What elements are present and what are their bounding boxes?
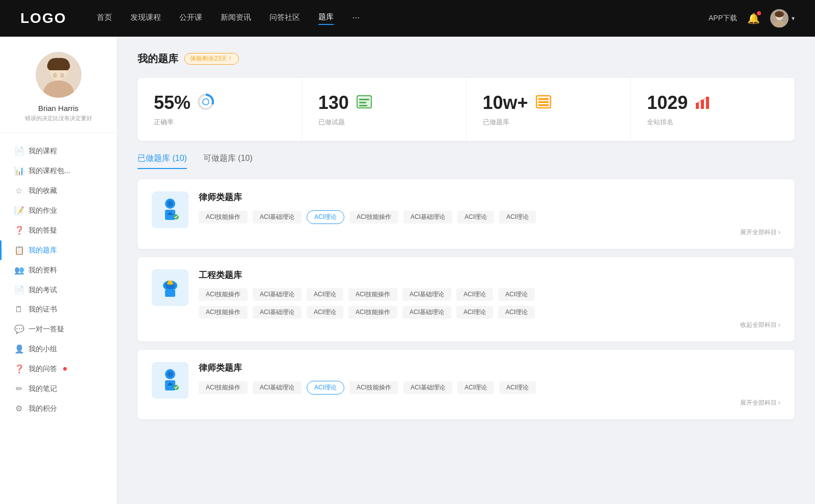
nav-menu: 首页 发现课程 公开课 新闻资讯 问答社区 题库 ··· <box>97 12 709 25</box>
sidebar-motto: 错误的决定比没有决定要好 <box>25 115 92 122</box>
stat-rank-value: 1029 <box>647 92 688 114</box>
svg-point-7 <box>53 73 57 78</box>
tag-3-6[interactable]: ACI理论 <box>499 381 536 394</box>
nav-discover[interactable]: 发现课程 <box>130 13 161 24</box>
tag-3-1[interactable]: ACI基础理论 <box>253 381 302 394</box>
tag-1-5[interactable]: ACI理论 <box>457 211 494 223</box>
tag-2-r2-6[interactable]: ACI理论 <box>498 306 535 319</box>
lawyer-bank-icon-2 <box>152 362 188 399</box>
svg-rect-15 <box>359 102 366 103</box>
nav-home[interactable]: 首页 <box>97 13 112 24</box>
stat-done-value: 130 <box>318 92 349 114</box>
bank-card-lawyer-1: 律师类题库 ACI技能操作 ACI基础理论 ACI理论 ACI技能操作 ACI基… <box>138 179 795 249</box>
user-avatar-menu[interactable]: ▾ <box>770 9 795 27</box>
tag-2-1[interactable]: ACI基础理论 <box>253 288 302 301</box>
bank-info-1: 律师类题库 ACI技能操作 ACI基础理论 ACI理论 ACI技能操作 ACI基… <box>199 191 780 237</box>
tag-1-1[interactable]: ACI基础理论 <box>253 211 302 223</box>
sidebar-avatar <box>36 52 82 98</box>
bank-card-header-1: 律师类题库 ACI技能操作 ACI基础理论 ACI理论 ACI技能操作 ACI基… <box>152 191 780 237</box>
sidebar-item-notes[interactable]: ✏ 我的笔记 <box>0 379 117 399</box>
sidebar-item-profile[interactable]: 👥 我的资料 <box>0 260 117 280</box>
sidebar-item-groups[interactable]: 👤 我的小组 <box>0 339 117 359</box>
sidebar-item-courses[interactable]: 📄 我的课程 <box>0 141 117 161</box>
bank-info-3: 律师类题库 ACI技能操作 ACI基础理论 ACI理论 ACI技能操作 ACI基… <box>199 362 780 407</box>
points-icon: ⚙ <box>14 404 23 413</box>
app-download-link[interactable]: APP下载 <box>709 14 737 23</box>
sidebar-item-certificate[interactable]: 🗒 我的证书 <box>0 300 117 319</box>
avatar <box>770 9 789 27</box>
tag-1-6[interactable]: ACI理论 <box>499 211 536 223</box>
tag-1-2[interactable]: ACI理论 <box>307 210 344 224</box>
tag-3-3[interactable]: ACI技能操作 <box>349 381 398 394</box>
stat-done-banks: 10w+ 已做题库 <box>467 78 631 141</box>
done-banks-icon <box>534 93 553 113</box>
tag-1-4[interactable]: ACI基础理论 <box>403 211 452 223</box>
svg-point-3 <box>775 11 784 17</box>
tag-1-3[interactable]: ACI技能操作 <box>349 211 398 223</box>
notes-icon: ✏ <box>14 384 23 394</box>
tab-available-banks[interactable]: 可做题库 (10) <box>203 153 253 169</box>
tags-row-1: ACI技能操作 ACI基础理论 ACI理论 ACI技能操作 ACI基础理论 AC… <box>199 210 780 224</box>
tag-2-0[interactable]: ACI技能操作 <box>199 288 248 301</box>
bank-title-2: 工程类题库 <box>199 269 780 281</box>
tag-2-5[interactable]: ACI理论 <box>456 288 493 301</box>
one-on-one-icon: 💬 <box>14 324 23 334</box>
profile-icon: 👥 <box>14 265 23 275</box>
svg-rect-20 <box>538 101 549 103</box>
collapse-link-2[interactable]: 收起全部科目 › <box>199 321 780 329</box>
nav-qa[interactable]: 问答社区 <box>269 13 300 24</box>
menu-label-exam: 我的考试 <box>29 286 57 295</box>
answers-icon: ❓ <box>14 226 23 235</box>
tag-2-r2-5[interactable]: ACI理论 <box>456 306 493 319</box>
svg-point-27 <box>167 201 173 207</box>
expand-link-3[interactable]: 展开全部科目 › <box>199 399 780 407</box>
menu-label-homework: 我的作业 <box>29 206 57 215</box>
tabs-row: 已做题库 (10) 可做题库 (10) <box>138 153 795 169</box>
tag-3-5[interactable]: ACI理论 <box>457 381 494 394</box>
sidebar-item-course-packages[interactable]: 📊 我的课程包... <box>0 161 117 181</box>
bank-card-engineer: 工程类题库 ACI技能操作 ACI基础理论 ACI理论 ACI技能操作 ACI基… <box>138 257 795 342</box>
tag-1-0[interactable]: ACI技能操作 <box>199 211 248 223</box>
sidebar-item-exam[interactable]: 📄 我的考试 <box>0 280 117 300</box>
tag-3-0[interactable]: ACI技能操作 <box>199 381 248 394</box>
sidebar-item-favorites[interactable]: ☆ 我的收藏 <box>0 181 117 201</box>
svg-rect-16 <box>359 105 367 106</box>
sidebar-item-homework[interactable]: 📝 我的作业 <box>0 201 117 220</box>
nav-news[interactable]: 新闻资讯 <box>221 13 251 24</box>
tag-2-3[interactable]: ACI技能操作 <box>348 288 397 301</box>
tag-2-2[interactable]: ACI理论 <box>307 288 343 301</box>
expand-link-1[interactable]: 展开全部科目 › <box>199 228 780 237</box>
tag-2-r2-0[interactable]: ACI技能操作 <box>199 306 248 319</box>
sidebar-item-answers[interactable]: ❓ 我的答疑 <box>0 220 117 240</box>
nav-more[interactable]: ··· <box>352 12 360 25</box>
sidebar-item-one-on-one[interactable]: 💬 一对一答疑 <box>0 319 117 339</box>
notification-bell[interactable]: 🔔 <box>747 12 760 24</box>
nav-question-bank[interactable]: 题库 <box>318 12 334 25</box>
trial-badge: 体验剩余23天！ <box>184 53 239 65</box>
tag-2-r2-4[interactable]: ACI基础理论 <box>402 306 451 319</box>
tags-row-2: ACI技能操作 ACI基础理论 ACI理论 ACI技能操作 ACI基础理论 AC… <box>199 288 780 301</box>
logo: LOGO <box>20 10 66 26</box>
navbar-right: APP下载 🔔 ▾ <box>709 9 795 27</box>
packages-icon: 📊 <box>14 166 23 176</box>
stat-rank: 1029 全站排名 <box>631 78 795 141</box>
tag-3-2[interactable]: ACI理论 <box>307 381 344 395</box>
tag-2-r2-3[interactable]: ACI技能操作 <box>348 306 397 319</box>
svg-rect-23 <box>701 100 704 109</box>
menu-label-groups: 我的小组 <box>29 345 57 354</box>
sidebar-item-question-bank[interactable]: 📋 我的题库 <box>0 240 117 260</box>
qa-notification-dot <box>63 367 67 371</box>
nav-open-course[interactable]: 公开课 <box>179 13 202 24</box>
svg-point-8 <box>60 73 64 78</box>
tab-done-banks[interactable]: 已做题库 (10) <box>138 153 187 169</box>
sidebar-item-points[interactable]: ⚙ 我的积分 <box>0 399 117 418</box>
stat-done-questions: 130 已做试题 <box>302 78 467 141</box>
tag-2-6[interactable]: ACI理论 <box>498 288 535 301</box>
tag-2-r2-1[interactable]: ACI基础理论 <box>253 306 302 319</box>
tag-2-4[interactable]: ACI基础理论 <box>402 288 451 301</box>
tag-2-r2-2[interactable]: ACI理论 <box>307 306 343 319</box>
svg-point-11 <box>203 99 209 105</box>
main-content: 我的题库 体验剩余23天！ 55% 正确率 <box>117 37 815 504</box>
tag-3-4[interactable]: ACI基础理论 <box>403 381 452 394</box>
sidebar-item-my-qa[interactable]: ❓ 我的问答 <box>0 359 117 379</box>
